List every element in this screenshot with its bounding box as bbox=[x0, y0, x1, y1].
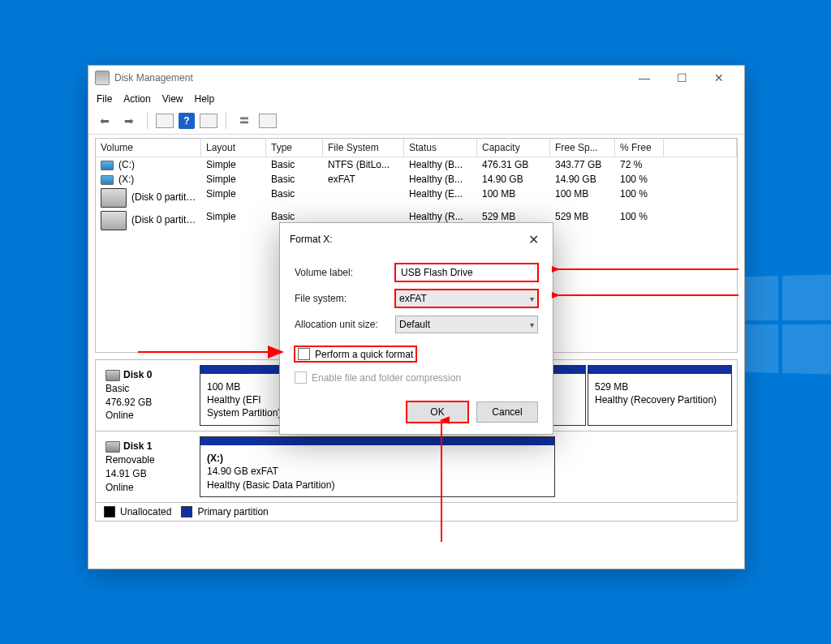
compression-checkbox bbox=[295, 371, 307, 384]
allocation-size-label: Allocation unit size: bbox=[295, 319, 395, 330]
volume-icon bbox=[101, 211, 127, 230]
col-filesystem[interactable]: File System bbox=[323, 139, 404, 157]
windows-logo bbox=[735, 274, 831, 374]
legend-swatch-primary bbox=[181, 506, 192, 517]
window-title: Disk Management bbox=[114, 72, 626, 84]
menu-action[interactable]: Action bbox=[123, 93, 150, 105]
volume-label-input[interactable] bbox=[395, 264, 538, 281]
close-button[interactable]: ✕ bbox=[700, 66, 738, 90]
col-pctfree[interactable]: % Free bbox=[615, 139, 664, 157]
disk-icon bbox=[105, 441, 120, 453]
minimize-button[interactable]: — bbox=[626, 66, 663, 90]
partition[interactable]: 529 MB Healthy (Recovery Partition) bbox=[588, 365, 732, 426]
filesystem-select[interactable]: exFAT ▾ bbox=[395, 290, 538, 307]
forward-icon[interactable]: ➡ bbox=[119, 111, 139, 131]
quick-format-checkbox[interactable] bbox=[298, 348, 310, 360]
volume-icon bbox=[101, 188, 127, 208]
dialog-titlebar[interactable]: Format X: ✕ bbox=[280, 223, 553, 255]
menu-view[interactable]: View bbox=[162, 93, 183, 105]
actions-icon[interactable]: 〓 bbox=[235, 111, 254, 131]
volume-row[interactable]: (X:)SimpleBasicexFATHealthy (B...14.90 G… bbox=[96, 172, 737, 187]
disk-row-1: Disk 1 Removable 14.91 GB Online (X:) 14… bbox=[96, 431, 737, 502]
format-dialog: Format X: ✕ Volume label: File system: e… bbox=[279, 222, 553, 435]
refresh-icon[interactable] bbox=[200, 114, 217, 128]
dialog-title: Format X: bbox=[290, 234, 523, 245]
back-icon[interactable]: ⬅ bbox=[95, 111, 114, 131]
col-layout[interactable]: Layout bbox=[201, 139, 266, 157]
disk-icon bbox=[105, 370, 120, 381]
volume-row[interactable]: (Disk 0 partition 1)SimpleBasicHealthy (… bbox=[96, 187, 737, 209]
app-icon bbox=[95, 71, 110, 85]
volume-icon bbox=[101, 175, 114, 185]
col-status[interactable]: Status bbox=[404, 139, 477, 157]
volume-icon bbox=[101, 161, 114, 170]
allocation-size-select[interactable]: Default ▾ bbox=[395, 316, 538, 333]
col-type[interactable]: Type bbox=[266, 139, 323, 157]
dialog-close-icon[interactable]: ✕ bbox=[523, 230, 543, 249]
volume-list-header: Volume Layout Type File System Status Ca… bbox=[96, 139, 737, 157]
view-icon[interactable] bbox=[156, 114, 174, 128]
volume-row[interactable]: (C:)SimpleBasicNTFS (BitLo...Healthy (B.… bbox=[96, 157, 737, 172]
partition[interactable]: (X:) 14.90 GB exFAT Healthy (Basic Data … bbox=[200, 436, 555, 497]
cancel-button[interactable]: Cancel bbox=[476, 401, 538, 423]
chevron-down-icon: ▾ bbox=[530, 294, 534, 303]
menu-help[interactable]: Help bbox=[195, 93, 215, 105]
legend-swatch-unallocated bbox=[104, 506, 115, 517]
menubar: File Action View Help bbox=[88, 90, 744, 109]
legend: Unallocated Primary partition bbox=[95, 503, 738, 522]
menu-file[interactable]: File bbox=[97, 93, 112, 105]
volume-label-label: Volume label: bbox=[295, 267, 395, 278]
chevron-down-icon: ▾ bbox=[530, 320, 534, 329]
col-volume[interactable]: Volume bbox=[96, 139, 201, 157]
col-free[interactable]: Free Sp... bbox=[550, 139, 615, 157]
ok-button[interactable]: OK bbox=[407, 401, 468, 423]
filesystem-label: File system: bbox=[295, 293, 395, 304]
properties-icon[interactable] bbox=[259, 114, 277, 128]
help-icon[interactable]: ? bbox=[179, 113, 195, 129]
col-capacity[interactable]: Capacity bbox=[477, 139, 550, 157]
quick-format-label: Perform a quick format bbox=[315, 349, 413, 360]
toolbar: ⬅ ➡ ? 〓 bbox=[88, 109, 744, 135]
titlebar[interactable]: Disk Management — ☐ ✕ bbox=[88, 66, 744, 90]
compression-label: Enable file and folder compression bbox=[312, 372, 461, 384]
maximize-button[interactable]: ☐ bbox=[663, 66, 700, 90]
